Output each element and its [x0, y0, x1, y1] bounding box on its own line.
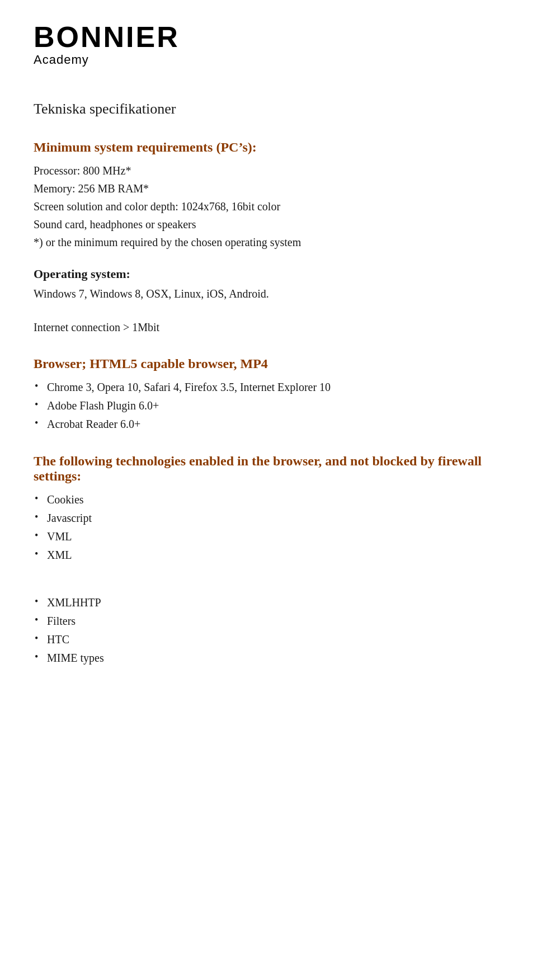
section-min-requirements: Minimum system requirements (PC’s): Proc…	[34, 140, 503, 251]
browser-item-1: Adobe Flash Plugin 6.0+	[34, 397, 503, 415]
section-heading-os: Operating system:	[34, 267, 503, 281]
tech-item-2: VML	[34, 527, 503, 546]
logo-subtitle: Academy	[34, 53, 503, 67]
extra-item-1: Filters	[34, 612, 503, 630]
page-title: Tekniska specifikationer	[34, 101, 503, 117]
section-heading-technologies: The following technologies enabled in th…	[34, 454, 503, 484]
internet-connection-text: Internet connection > 1Mbit	[34, 318, 503, 336]
section-heading-min-requirements: Minimum system requirements (PC’s):	[34, 140, 503, 155]
logo-brand: BONNIER	[34, 22, 503, 51]
section-technologies: The following technologies enabled in th…	[34, 454, 503, 564]
technologies-bullet-list: Cookies Javascript VML XML	[34, 491, 503, 564]
extra-item-0: XMLHHTP	[34, 593, 503, 612]
body-line-3: Sound card, headphones or speakers	[34, 218, 196, 230]
section-heading-browser: Browser; HTML5 capable browser, MP4	[34, 356, 503, 371]
body-line-1: Memory: 256 MB RAM*	[34, 182, 149, 195]
section-operating-system: Operating system: Windows 7, Windows 8, …	[34, 267, 503, 303]
browser-bullet-list: Chrome 3, Opera 10, Safari 4, Firefox 3.…	[34, 378, 503, 434]
body-line-4: *) or the minimum required by the chosen…	[34, 236, 301, 248]
body-line-0: Processor: 800 MHz*	[34, 164, 131, 177]
extra-item-3: MIME types	[34, 649, 503, 667]
tech-item-0: Cookies	[34, 491, 503, 509]
divider-space	[34, 580, 503, 591]
logo-section: BONNIER Academy	[34, 22, 503, 67]
body-text-os: Windows 7, Windows 8, OSX, Linux, iOS, A…	[34, 285, 503, 303]
tech-item-3: XML	[34, 546, 503, 564]
body-line-2: Screen solution and color depth: 1024x76…	[34, 200, 280, 213]
section-extra-list: XMLHHTP Filters HTC MIME types	[34, 593, 503, 667]
browser-item-2: Acrobat Reader 6.0+	[34, 415, 503, 434]
extra-item-2: HTC	[34, 630, 503, 649]
browser-item-0: Chrome 3, Opera 10, Safari 4, Firefox 3.…	[34, 378, 503, 397]
section-browser: Browser; HTML5 capable browser, MP4 Chro…	[34, 356, 503, 434]
tech-item-1: Javascript	[34, 509, 503, 527]
extra-bullet-list: XMLHHTP Filters HTC MIME types	[34, 593, 503, 667]
body-text-min-requirements: Processor: 800 MHz* Memory: 256 MB RAM* …	[34, 162, 503, 251]
os-line-0: Windows 7, Windows 8, OSX, Linux, iOS, A…	[34, 288, 269, 300]
